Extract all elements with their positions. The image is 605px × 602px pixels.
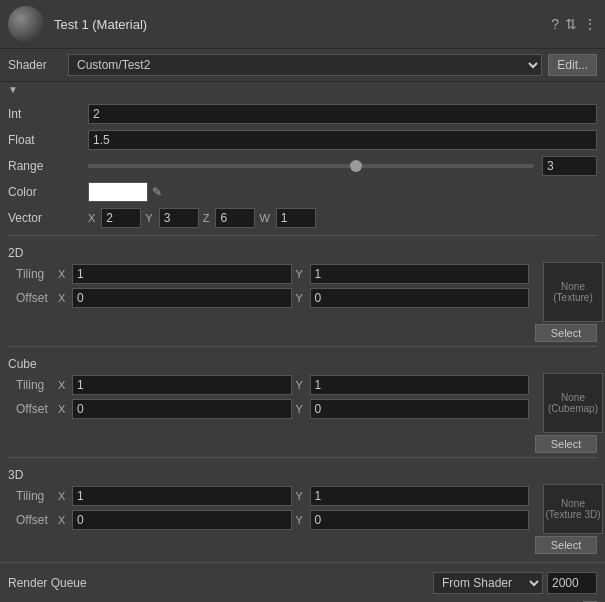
- 3d-texture-props: Tiling X Y Offset X Y: [8, 484, 529, 532]
- divider-1: [8, 235, 597, 236]
- 2d-offset-row: Offset X Y: [8, 286, 529, 310]
- cube-offset-label: Offset: [8, 402, 58, 416]
- 3d-select-button[interactable]: Select: [535, 536, 597, 554]
- 3d-offset-x-input[interactable]: [72, 510, 292, 530]
- vector-z-label: Z: [203, 212, 210, 224]
- settings-icon[interactable]: ⇅: [565, 16, 577, 32]
- 3d-tiling-x-label: X: [58, 490, 68, 502]
- 2d-tiling-y-input[interactable]: [310, 264, 530, 284]
- material-preview-sphere: [8, 6, 44, 42]
- 2d-offset-y-input[interactable]: [310, 288, 530, 308]
- range-slider-track[interactable]: [88, 164, 534, 168]
- 2d-tiling-row: Tiling X Y: [8, 262, 529, 286]
- vector-x-input[interactable]: [101, 208, 141, 228]
- cube-section-header: Cube: [8, 351, 597, 373]
- 3d-texture-right: None (Texture 3D) Select: [529, 484, 597, 554]
- cube-none-label: None: [561, 392, 585, 403]
- float-input[interactable]: [88, 130, 597, 150]
- color-row: Color ✎: [8, 179, 597, 205]
- 2d-offset-x-label: X: [58, 292, 68, 304]
- render-queue-value-input[interactable]: [547, 572, 597, 594]
- cube-texture-wrapper: Tiling X Y Offset X Y: [8, 373, 597, 453]
- cube-tiling-y-label: Y: [296, 379, 306, 391]
- cube-none-sub: (Cubemap): [548, 403, 598, 414]
- 3d-offset-y-label: Y: [296, 514, 306, 526]
- divider-2: [8, 346, 597, 347]
- 3d-tiling-y-input[interactable]: [310, 486, 530, 506]
- 3d-offset-label: Offset: [8, 513, 58, 527]
- 2d-tiling-label: Tiling: [8, 267, 58, 281]
- cube-texture-preview[interactable]: None (Cubemap): [543, 373, 603, 433]
- cube-offset-row: Offset X Y: [8, 397, 529, 421]
- 3d-texture-preview[interactable]: None (Texture 3D): [543, 484, 603, 534]
- 2d-texture-props: Tiling X Y Offset X Y: [8, 262, 529, 310]
- cube-tiling-row: Tiling X Y: [8, 373, 529, 397]
- int-value-container: [88, 104, 597, 124]
- gpu-instancing-row: Enable GPU Instancing: [8, 597, 597, 602]
- material-title: Test 1 (Material): [54, 17, 551, 32]
- cube-offset-y-input[interactable]: [310, 399, 530, 419]
- render-queue-select[interactable]: From Shader: [433, 572, 543, 594]
- cube-offset-x-label: X: [58, 403, 68, 415]
- header: Test 1 (Material) ? ⇅ ⋮: [0, 0, 605, 49]
- 3d-tiling-label: Tiling: [8, 489, 58, 503]
- material-panel: Test 1 (Material) ? ⇅ ⋮ Shader Custom/Te…: [0, 0, 605, 602]
- color-swatch[interactable]: [88, 182, 148, 202]
- cube-offset-x-input[interactable]: [72, 399, 292, 419]
- render-queue-row: Render Queue From Shader: [8, 569, 597, 597]
- cube-offset-y-label: Y: [296, 403, 306, 415]
- int-input[interactable]: [88, 104, 597, 124]
- 3d-offset-y-input[interactable]: [310, 510, 530, 530]
- vector-fields: X Y Z W: [88, 208, 597, 228]
- cube-tiling-y-input[interactable]: [310, 375, 530, 395]
- 3d-tiling-y-label: Y: [296, 490, 306, 502]
- 3d-none-label: None: [561, 498, 585, 509]
- menu-icon[interactable]: ⋮: [583, 16, 597, 32]
- range-input[interactable]: [542, 156, 597, 176]
- 2d-offset-x-input[interactable]: [72, 288, 292, 308]
- render-queue-controls: From Shader: [433, 572, 597, 594]
- cube-tiling-x-input[interactable]: [72, 375, 292, 395]
- cube-tiling-x-label: X: [58, 379, 68, 391]
- range-slider-fill: [88, 164, 356, 168]
- range-label: Range: [8, 159, 88, 173]
- render-queue-label: Render Queue: [8, 576, 433, 590]
- cube-texture-props: Tiling X Y Offset X Y: [8, 373, 529, 421]
- vector-w-input[interactable]: [276, 208, 316, 228]
- shader-row: Shader Custom/Test2 Edit...: [0, 49, 605, 82]
- vector-y-label: Y: [145, 212, 152, 224]
- divider-3: [8, 457, 597, 458]
- collapse-toggle[interactable]: ▼: [0, 82, 605, 97]
- bottom-section: Render Queue From Shader Enable GPU Inst…: [0, 562, 605, 602]
- 2d-texture-preview[interactable]: None (Texture): [543, 262, 603, 322]
- eyedropper-icon[interactable]: ✎: [152, 185, 162, 199]
- help-icon[interactable]: ?: [551, 16, 559, 32]
- float-value-container: [88, 130, 597, 150]
- 2d-tiling-x-input[interactable]: [72, 264, 292, 284]
- color-label: Color: [8, 185, 88, 199]
- 3d-tiling-x-input[interactable]: [72, 486, 292, 506]
- range-slider-thumb[interactable]: [350, 160, 362, 172]
- 2d-texture-wrapper: Tiling X Y Offset X Y: [8, 262, 597, 342]
- edit-shader-button[interactable]: Edit...: [548, 54, 597, 76]
- 2d-tiling-y-label: Y: [296, 268, 306, 280]
- 3d-texture-wrapper: Tiling X Y Offset X Y: [8, 484, 597, 554]
- vector-y-input[interactable]: [159, 208, 199, 228]
- range-row: Range: [8, 153, 597, 179]
- 3d-tiling-row: Tiling X Y: [8, 484, 529, 508]
- 2d-none-sub: (Texture): [553, 292, 592, 303]
- 2d-offset-label: Offset: [8, 291, 58, 305]
- int-row: Int: [8, 101, 597, 127]
- 3d-none-sub: (Texture 3D): [545, 509, 600, 520]
- range-slider-container: [88, 156, 597, 176]
- vector-z-input[interactable]: [215, 208, 255, 228]
- 2d-tiling-x-label: X: [58, 268, 68, 280]
- vector-label: Vector: [8, 211, 88, 225]
- 3d-offset-x-label: X: [58, 514, 68, 526]
- 2d-select-button[interactable]: Select: [535, 324, 597, 342]
- float-row: Float: [8, 127, 597, 153]
- cube-select-button[interactable]: Select: [535, 435, 597, 453]
- shader-select[interactable]: Custom/Test2: [68, 54, 542, 76]
- 2d-texture-right: None (Texture) Select: [529, 262, 597, 342]
- 3d-section-header: 3D: [8, 462, 597, 484]
